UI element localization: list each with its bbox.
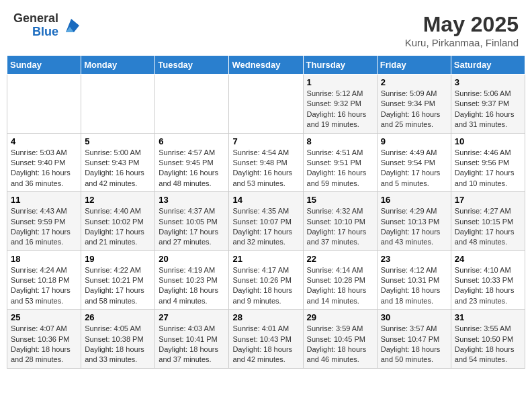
- day-info: Sunrise: 4:37 AM Sunset: 10:05 PM Daylig…: [159, 206, 225, 248]
- day-number: 12: [85, 195, 151, 205]
- calendar-cell: 25Sunrise: 4:07 AM Sunset: 10:36 PM Dayl…: [7, 310, 81, 369]
- day-info: Sunrise: 4:51 AM Sunset: 9:51 PM Dayligh…: [307, 148, 373, 189]
- calendar-table: SundayMondayTuesdayWednesdayThursdayFrid…: [7, 55, 525, 369]
- calendar-cell: 19Sunrise: 4:22 AM Sunset: 10:21 PM Dayl…: [81, 250, 155, 310]
- day-number: 13: [159, 195, 225, 205]
- weekday-header: Friday: [377, 56, 451, 75]
- day-info: Sunrise: 4:40 AM Sunset: 10:02 PM Daylig…: [85, 206, 151, 248]
- day-number: 24: [455, 254, 521, 264]
- day-info: Sunrise: 4:46 AM Sunset: 9:56 PM Dayligh…: [455, 148, 521, 189]
- page-header: General Blue May 2025 Kuru, Pirkanmaa, F…: [7, 7, 525, 51]
- calendar-cell: 21Sunrise: 4:17 AM Sunset: 10:26 PM Dayl…: [229, 250, 303, 310]
- calendar-cell: 20Sunrise: 4:19 AM Sunset: 10:23 PM Dayl…: [155, 250, 229, 310]
- calendar-cell: 12Sunrise: 4:40 AM Sunset: 10:02 PM Dayl…: [81, 192, 155, 251]
- calendar-cell: 2Sunrise: 5:09 AM Sunset: 9:34 PM Daylig…: [377, 75, 451, 134]
- day-number: 28: [232, 312, 299, 322]
- calendar-cell: 17Sunrise: 4:27 AM Sunset: 10:15 PM Dayl…: [451, 192, 525, 251]
- day-info: Sunrise: 3:55 AM Sunset: 10:50 PM Daylig…: [455, 324, 521, 365]
- day-info: Sunrise: 4:19 AM Sunset: 10:23 PM Daylig…: [159, 265, 225, 307]
- day-number: 15: [307, 195, 373, 205]
- calendar-cell: [229, 75, 303, 134]
- calendar-cell: 5Sunrise: 5:00 AM Sunset: 9:43 PM Daylig…: [81, 133, 155, 192]
- day-number: 30: [381, 312, 447, 322]
- weekday-header: Wednesday: [229, 56, 303, 75]
- logo: General Blue: [13, 12, 82, 39]
- day-number: 31: [455, 312, 521, 322]
- day-info: Sunrise: 4:10 AM Sunset: 10:33 PM Daylig…: [455, 265, 521, 307]
- calendar-cell: 23Sunrise: 4:12 AM Sunset: 10:31 PM Dayl…: [377, 250, 451, 310]
- calendar-cell: [81, 75, 155, 134]
- logo-icon: [60, 15, 82, 36]
- calendar-cell: 24Sunrise: 4:10 AM Sunset: 10:33 PM Dayl…: [451, 250, 525, 310]
- calendar-cell: 10Sunrise: 4:46 AM Sunset: 9:56 PM Dayli…: [451, 133, 525, 192]
- day-info: Sunrise: 4:43 AM Sunset: 9:59 PM Dayligh…: [11, 206, 77, 248]
- calendar-cell: 15Sunrise: 4:32 AM Sunset: 10:10 PM Dayl…: [303, 192, 377, 251]
- day-number: 9: [381, 136, 447, 146]
- day-info: Sunrise: 4:35 AM Sunset: 10:07 PM Daylig…: [232, 206, 299, 248]
- day-info: Sunrise: 4:03 AM Sunset: 10:41 PM Daylig…: [159, 324, 225, 365]
- calendar-cell: 14Sunrise: 4:35 AM Sunset: 10:07 PM Dayl…: [229, 192, 303, 251]
- calendar-cell: 7Sunrise: 4:54 AM Sunset: 9:48 PM Daylig…: [229, 133, 303, 192]
- day-number: 26: [85, 312, 151, 322]
- day-number: 4: [11, 136, 77, 146]
- day-info: Sunrise: 4:17 AM Sunset: 10:26 PM Daylig…: [232, 265, 299, 307]
- day-number: 29: [307, 312, 373, 322]
- day-number: 20: [159, 254, 225, 264]
- day-info: Sunrise: 4:29 AM Sunset: 10:13 PM Daylig…: [381, 206, 447, 248]
- day-number: 25: [11, 312, 77, 322]
- day-number: 27: [159, 312, 225, 322]
- logo-general: General: [13, 12, 58, 26]
- day-info: Sunrise: 4:24 AM Sunset: 10:18 PM Daylig…: [11, 265, 77, 307]
- day-number: 6: [159, 136, 225, 146]
- day-info: Sunrise: 4:05 AM Sunset: 10:38 PM Daylig…: [85, 324, 151, 365]
- calendar-cell: 3Sunrise: 5:06 AM Sunset: 9:37 PM Daylig…: [451, 75, 525, 134]
- title-block: May 2025 Kuru, Pirkanmaa, Finland: [405, 12, 519, 48]
- day-number: 16: [381, 195, 447, 205]
- calendar-cell: [7, 75, 81, 134]
- day-info: Sunrise: 3:59 AM Sunset: 10:45 PM Daylig…: [307, 324, 373, 365]
- day-info: Sunrise: 4:12 AM Sunset: 10:31 PM Daylig…: [381, 265, 447, 307]
- day-info: Sunrise: 4:54 AM Sunset: 9:48 PM Dayligh…: [232, 148, 299, 189]
- day-number: 21: [232, 254, 299, 264]
- calendar-header: SundayMondayTuesdayWednesdayThursdayFrid…: [7, 56, 525, 75]
- day-info: Sunrise: 4:01 AM Sunset: 10:43 PM Daylig…: [232, 324, 299, 365]
- weekday-header: Monday: [81, 56, 155, 75]
- weekday-header: Thursday: [303, 56, 377, 75]
- weekday-header: Saturday: [451, 56, 525, 75]
- calendar-cell: [155, 75, 229, 134]
- weekday-header: Sunday: [7, 56, 81, 75]
- day-info: Sunrise: 4:22 AM Sunset: 10:21 PM Daylig…: [85, 265, 151, 307]
- calendar-cell: 9Sunrise: 4:49 AM Sunset: 9:54 PM Daylig…: [377, 133, 451, 192]
- calendar-cell: 22Sunrise: 4:14 AM Sunset: 10:28 PM Dayl…: [303, 250, 377, 310]
- calendar-cell: 8Sunrise: 4:51 AM Sunset: 9:51 PM Daylig…: [303, 133, 377, 192]
- day-info: Sunrise: 4:07 AM Sunset: 10:36 PM Daylig…: [11, 324, 77, 365]
- day-number: 3: [455, 77, 521, 87]
- day-number: 14: [232, 195, 299, 205]
- day-number: 7: [232, 136, 299, 146]
- day-info: Sunrise: 4:14 AM Sunset: 10:28 PM Daylig…: [307, 265, 373, 307]
- calendar-body: 1Sunrise: 5:12 AM Sunset: 9:32 PM Daylig…: [7, 75, 525, 369]
- day-number: 22: [307, 254, 373, 264]
- calendar-cell: 18Sunrise: 4:24 AM Sunset: 10:18 PM Dayl…: [7, 250, 81, 310]
- day-number: 23: [381, 254, 447, 264]
- day-info: Sunrise: 4:57 AM Sunset: 9:45 PM Dayligh…: [159, 148, 225, 189]
- day-number: 5: [85, 136, 151, 146]
- calendar-cell: 28Sunrise: 4:01 AM Sunset: 10:43 PM Dayl…: [229, 310, 303, 369]
- calendar-cell: 29Sunrise: 3:59 AM Sunset: 10:45 PM Dayl…: [303, 310, 377, 369]
- day-info: Sunrise: 4:27 AM Sunset: 10:15 PM Daylig…: [455, 206, 521, 248]
- day-info: Sunrise: 5:06 AM Sunset: 9:37 PM Dayligh…: [455, 89, 521, 130]
- calendar-cell: 16Sunrise: 4:29 AM Sunset: 10:13 PM Dayl…: [377, 192, 451, 251]
- calendar-cell: 1Sunrise: 5:12 AM Sunset: 9:32 PM Daylig…: [303, 75, 377, 134]
- day-number: 18: [11, 254, 77, 264]
- day-number: 1: [307, 77, 373, 87]
- weekday-header: Tuesday: [155, 56, 229, 75]
- month-title: May 2025: [405, 12, 519, 37]
- calendar-cell: 30Sunrise: 3:57 AM Sunset: 10:47 PM Dayl…: [377, 310, 451, 369]
- day-info: Sunrise: 4:32 AM Sunset: 10:10 PM Daylig…: [307, 206, 373, 248]
- day-info: Sunrise: 5:12 AM Sunset: 9:32 PM Dayligh…: [307, 89, 373, 130]
- day-number: 19: [85, 254, 151, 264]
- day-number: 17: [455, 195, 521, 205]
- day-number: 11: [11, 195, 77, 205]
- day-number: 2: [381, 77, 447, 87]
- logo-blue: Blue: [32, 26, 58, 39]
